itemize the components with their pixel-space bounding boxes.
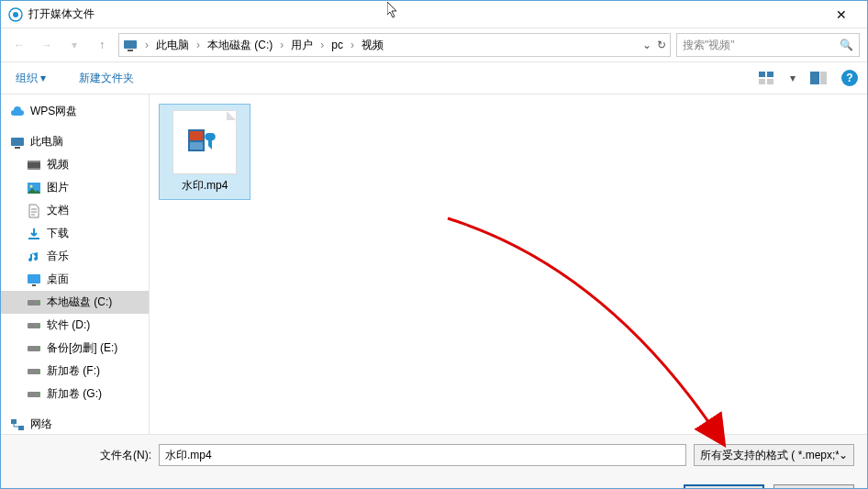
drive-icon xyxy=(27,341,41,356)
chevron-right-icon: › xyxy=(318,39,326,51)
annotation-arrow-icon xyxy=(443,214,737,452)
breadcrumb-dropdown-icon[interactable]: ⌄ xyxy=(642,39,651,51)
filename-label: 文件名(N): xyxy=(14,448,151,463)
sidebar-label: 本地磁盘 (C:) xyxy=(47,295,112,310)
file-thumbnail xyxy=(172,110,237,174)
svg-rect-31 xyxy=(18,426,24,430)
svg-rect-14 xyxy=(28,168,40,170)
network-icon xyxy=(10,417,25,432)
sidebar-label: 软件 (D:) xyxy=(47,317,90,333)
chevron-right-icon: › xyxy=(349,39,356,51)
app-icon xyxy=(8,7,23,22)
svg-rect-9 xyxy=(820,72,827,84)
search-input[interactable] xyxy=(683,39,840,51)
preview-pane-button[interactable] xyxy=(810,72,827,84)
sidebar-label: 网络 xyxy=(30,417,52,432)
refresh-icon[interactable]: ↻ xyxy=(657,39,666,51)
chevron-down-icon: ⌄ xyxy=(839,449,848,461)
sidebar-item[interactable]: 新加卷 (G:) xyxy=(1,383,149,406)
breadcrumb[interactable]: › 此电脑 › 本地磁盘 (C:) › 用户 › pc › 视频 ⌄ ↻ xyxy=(118,33,671,57)
sidebar-item[interactable]: 文档 xyxy=(1,199,149,222)
breadcrumb-item[interactable]: 用户 xyxy=(287,36,317,55)
sidebar-item[interactable]: 备份[勿删] (E:) xyxy=(1,337,149,360)
svg-point-1 xyxy=(13,12,18,17)
svg-rect-5 xyxy=(767,72,773,77)
sidebar-item[interactable]: 桌面 xyxy=(1,268,149,291)
chevron-right-icon: › xyxy=(278,39,285,51)
svg-rect-7 xyxy=(767,79,773,84)
svg-rect-10 xyxy=(11,138,24,146)
svg-rect-33 xyxy=(190,131,203,140)
document-icon xyxy=(27,204,41,218)
pc-icon xyxy=(123,38,138,52)
sidebar-item-network[interactable]: 网络 xyxy=(1,413,149,434)
search-box[interactable]: 🔍 xyxy=(676,33,860,57)
sidebar-item-wps[interactable]: WPS网盘 xyxy=(1,100,149,123)
drive-icon xyxy=(27,318,41,333)
filename-input[interactable] xyxy=(159,444,686,466)
svg-point-23 xyxy=(37,325,39,327)
toolbar: 组织 ▾ 新建文件夹 ▾ ? xyxy=(1,61,867,94)
svg-rect-4 xyxy=(759,72,765,77)
svg-point-21 xyxy=(37,302,39,304)
sidebar-item[interactable]: 视频 xyxy=(1,153,149,176)
navbar: ← → ▾ ↑ › 此电脑 › 本地磁盘 (C:) › 用户 › pc › 视频… xyxy=(1,28,867,61)
video-icon xyxy=(27,158,41,172)
svg-rect-6 xyxy=(759,79,765,84)
sidebar-item[interactable]: 新加卷 (F:) xyxy=(1,360,149,383)
sidebar-item[interactable]: 本地磁盘 (C:) xyxy=(1,291,149,314)
chevron-down-icon[interactable]: ▾ xyxy=(790,72,796,84)
organize-button[interactable]: 组织 ▾ xyxy=(10,67,51,90)
sidebar-label: 新加卷 (G:) xyxy=(47,386,102,402)
svg-rect-3 xyxy=(128,50,133,51)
sidebar-label: 新加卷 (F:) xyxy=(47,363,100,379)
desktop-icon xyxy=(27,272,41,287)
sidebar-label: 视频 xyxy=(47,157,69,172)
sidebar-label: 备份[勿删] (E:) xyxy=(47,340,117,356)
breadcrumb-item[interactable]: pc xyxy=(328,37,347,53)
chevron-down-icon: ▾ xyxy=(40,72,46,84)
chevron-right-icon: › xyxy=(195,39,202,51)
body: WPS网盘 此电脑 视频图片文档下载音乐桌面本地磁盘 (C:)软件 (D:)备份… xyxy=(1,94,867,434)
sidebar-item[interactable]: 下载 xyxy=(1,222,149,245)
sidebar: WPS网盘 此电脑 视频图片文档下载音乐桌面本地磁盘 (C:)软件 (D:)备份… xyxy=(1,94,150,434)
breadcrumb-item[interactable]: 此电脑 xyxy=(152,36,193,55)
svg-point-16 xyxy=(30,184,33,187)
close-button[interactable]: ✕ xyxy=(823,7,860,22)
svg-point-25 xyxy=(37,348,39,350)
sidebar-item-thispc[interactable]: 此电脑 xyxy=(1,130,149,153)
help-icon[interactable]: ? xyxy=(841,70,858,86)
chevron-right-icon: › xyxy=(143,39,150,51)
sidebar-label: 此电脑 xyxy=(30,134,63,150)
svg-rect-34 xyxy=(190,142,203,150)
nav-up-button[interactable]: ↑ xyxy=(91,34,113,56)
view-mode-button[interactable] xyxy=(759,72,775,84)
svg-rect-13 xyxy=(28,161,40,162)
svg-rect-2 xyxy=(124,40,137,49)
svg-point-27 xyxy=(37,371,39,372)
cancel-button[interactable]: 取消 xyxy=(773,484,854,489)
svg-rect-30 xyxy=(11,419,17,424)
nav-forward-button[interactable]: → xyxy=(36,34,58,56)
sidebar-item[interactable]: 软件 (D:) xyxy=(1,314,149,337)
new-folder-button[interactable]: 新建文件夹 xyxy=(73,67,139,90)
svg-rect-17 xyxy=(28,238,39,239)
pc-icon xyxy=(10,135,25,150)
svg-point-29 xyxy=(37,394,39,395)
sidebar-item[interactable]: 音乐 xyxy=(1,245,149,268)
drive-icon xyxy=(27,295,41,310)
sidebar-label: 文档 xyxy=(47,203,69,218)
titlebar: 打开媒体文件 ✕ xyxy=(1,1,867,28)
breadcrumb-item[interactable]: 本地磁盘 (C:) xyxy=(204,36,276,55)
open-button[interactable]: 打开(O) xyxy=(684,484,764,489)
breadcrumb-item[interactable]: 视频 xyxy=(358,36,387,55)
sidebar-label: WPS网盘 xyxy=(30,104,77,119)
file-filter-dropdown[interactable]: 所有受支持的格式 ( *.mepx;*. ⌄ xyxy=(694,444,854,466)
nav-back-button[interactable]: ← xyxy=(8,34,30,56)
sidebar-item[interactable]: 图片 xyxy=(1,176,149,199)
search-icon[interactable]: 🔍 xyxy=(840,39,853,51)
file-tile[interactable]: 水印.mp4 xyxy=(159,104,250,200)
file-area[interactable]: 水印.mp4 xyxy=(150,94,867,434)
svg-rect-8 xyxy=(810,72,819,84)
nav-recent-dropdown[interactable]: ▾ xyxy=(63,34,85,56)
